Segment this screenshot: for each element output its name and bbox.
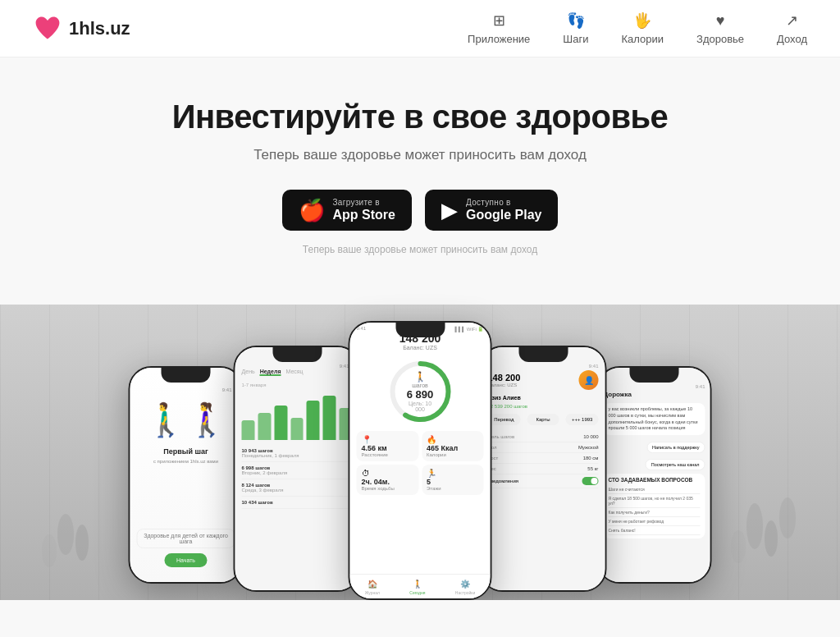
faq-item-3[interactable]: Как получить деньги? bbox=[609, 508, 701, 517]
hero-subtitle: Теперь ваше здоровье может приносить вам… bbox=[33, 147, 807, 163]
leftmost-title: Первый шаг bbox=[163, 447, 208, 456]
nav-home-label: Журнал bbox=[365, 590, 380, 595]
history-btn[interactable]: +++ 1993 bbox=[566, 414, 599, 425]
transfer-btn[interactable]: Перевод bbox=[488, 414, 521, 425]
date-range: 1-7 января bbox=[242, 383, 353, 387]
faq-title: СТО ЗАДАВАЕМЫХ ВОПРОСОВ bbox=[609, 477, 701, 483]
nav-home[interactable]: 🏠 Журнал bbox=[365, 580, 380, 595]
phone-profile: 9:41 148 200 Баланс: UZS 👤 Азиз Алиев 12… bbox=[480, 346, 607, 592]
leftmost-desc: Здоровье для детей от каждого шага bbox=[137, 529, 235, 548]
center-bottom-nav: 🏠 Журнал 🚶 Сегодня ⚙️ Настройки bbox=[350, 574, 491, 598]
bar-chart bbox=[242, 391, 353, 440]
nav-item-app[interactable]: ⊞ Приложение bbox=[468, 11, 530, 45]
nav-item-calories[interactable]: 🖐 Калории bbox=[622, 11, 664, 45]
steps-icon: 👣 bbox=[567, 11, 585, 30]
google-play-button[interactable]: ▶ Доступно в Google Play bbox=[425, 190, 558, 231]
steps-item-1: 10 943 шагов Понедельник, 1 февраля bbox=[242, 445, 353, 462]
phone-steps: 9:41 День Неделя Месяц 1-7 января bbox=[234, 346, 361, 592]
logo-text: 1hls.uz bbox=[69, 18, 130, 39]
bar-1 bbox=[242, 420, 255, 440]
faq-item-2[interactable]: Я сделал 18 500 шагов, но не получил 2 0… bbox=[609, 494, 701, 508]
health-icon: ♥ bbox=[716, 12, 725, 30]
tab-week[interactable]: Неделя bbox=[260, 369, 281, 376]
app-store-button[interactable]: 🍎 Загрузите в App Store bbox=[282, 190, 412, 231]
phone-notch-center bbox=[395, 323, 445, 337]
info-row-height: Рост 180 см bbox=[488, 453, 599, 464]
header: 1hls.uz ⊞ Приложение 👣 Шаги 🖐 Калории ♥ … bbox=[0, 0, 840, 57]
phone-leftmost: 9:41 🚶‍♂️🚶‍♀️ Первый шаг с приложением 1… bbox=[129, 366, 244, 584]
floors-label: Этажи bbox=[427, 486, 479, 491]
leftmost-subtitle: с приложением 1hls.uz вами bbox=[153, 459, 218, 464]
steps-value: 6 890 bbox=[404, 388, 436, 401]
circle-progress: 🚶 шагов 6 890 Цель: 10 000 bbox=[387, 359, 453, 424]
app-store-big: App Store bbox=[333, 207, 395, 222]
profile-balance-label: Баланс: UZS bbox=[488, 383, 521, 387]
store-buttons: 🍎 Загрузите в App Store ▶ Доступно в Goo… bbox=[33, 190, 807, 231]
faq-item-1[interactable]: Шаги не считаются bbox=[609, 485, 701, 494]
phone-notch-2 bbox=[272, 347, 322, 362]
weight-value: 55 кг bbox=[587, 466, 598, 471]
stat-floors: 🏃 5 Этажи bbox=[422, 465, 484, 495]
start-button[interactable]: Начать bbox=[165, 553, 207, 567]
phones-section: 9:41 🚶‍♂️🚶‍♀️ Первый шаг с приложением 1… bbox=[0, 288, 840, 600]
nav-item-steps[interactable]: 👣 Шаги bbox=[563, 11, 588, 45]
nav-label-health: Здоровье bbox=[696, 33, 744, 45]
steps-date-3: Среда, 3 февраля bbox=[242, 488, 353, 493]
cards-btn[interactable]: Карты bbox=[527, 414, 559, 425]
faq-item-4[interactable]: У меня не работает рефовод bbox=[609, 517, 701, 526]
tab-day[interactable]: День bbox=[242, 369, 255, 376]
chat-actions: Написать в поддержку Посмотреть наш кана… bbox=[604, 438, 705, 470]
nav-steps-label: Сегодня bbox=[409, 590, 425, 595]
nav-settings[interactable]: ⚙️ Настройки bbox=[455, 580, 476, 595]
chat-bubble-1: у вас возникли проблемы, за каждые 10 00… bbox=[604, 403, 705, 435]
distance-label: Расстояние bbox=[362, 452, 414, 457]
info-row-gender: Пол Мужской bbox=[488, 442, 599, 453]
action-row: Перевод Карты +++ 1993 bbox=[488, 414, 599, 425]
phone-notch-chat bbox=[630, 368, 679, 383]
phone-notch-profile bbox=[518, 347, 568, 362]
logo[interactable]: 1hls.uz bbox=[33, 14, 130, 44]
bar-3 bbox=[274, 406, 287, 440]
hero-tagline: Теперь ваше здоровье может приносить вам… bbox=[33, 244, 807, 255]
tab-month[interactable]: Месяц bbox=[285, 369, 303, 376]
nav-item-health[interactable]: ♥ Здоровье bbox=[696, 12, 744, 45]
bar-4 bbox=[290, 418, 304, 440]
user-avatar: 👤 bbox=[579, 370, 599, 390]
toggle-switch[interactable] bbox=[582, 477, 599, 485]
faq-item-5[interactable]: Снять баланс! bbox=[609, 526, 701, 535]
channel-btn[interactable]: Посмотреть наш канал bbox=[646, 459, 705, 470]
time-value: 2ч. 04м. bbox=[362, 478, 414, 486]
stat-time: ⏱ 2ч. 04м. Время ходьбы bbox=[357, 465, 419, 495]
phones-container: 9:41 🚶‍♂️🚶‍♀️ Первый шаг с приложением 1… bbox=[129, 321, 712, 600]
timer-icon: ⏱ bbox=[362, 469, 414, 478]
time-chat: 9:41 bbox=[604, 384, 705, 389]
chat-content: 9:41 Дорожка у вас возникли проблемы, за… bbox=[599, 368, 710, 582]
stat-calories: 🔥 465 Ккал Калории bbox=[422, 431, 484, 461]
app-store-small: Загрузите в bbox=[333, 198, 380, 207]
svg-point-4 bbox=[765, 520, 778, 557]
profile-info: 148 200 Баланс: UZS bbox=[488, 373, 521, 387]
stairs-icon: 🏃 bbox=[427, 469, 479, 478]
nav-steps-active[interactable]: 🚶 Сегодня bbox=[409, 580, 425, 595]
svg-point-2 bbox=[42, 534, 57, 567]
circle-inner: 🚶 шагов 6 890 Цель: 10 000 bbox=[404, 371, 436, 412]
steps-value-4: 10 434 шагов bbox=[242, 500, 353, 505]
goal-value: 10 000 bbox=[583, 434, 598, 439]
logo-heart-icon bbox=[33, 14, 62, 44]
notifications-label: Уведомления bbox=[488, 479, 519, 483]
steps-item-4: 10 434 шагов bbox=[242, 497, 353, 509]
svg-point-3 bbox=[746, 503, 763, 549]
nav-item-income[interactable]: ↗ Доход bbox=[777, 11, 807, 45]
nav-label-app: Приложение bbox=[468, 33, 530, 45]
tabs-row: День Неделя Месяц bbox=[242, 369, 353, 376]
info-row-weight: Вес 55 кг bbox=[488, 464, 599, 474]
steps-list: 10 943 шагов Понедельник, 1 февраля 6 99… bbox=[242, 445, 353, 509]
hero-section: Инвестируйте в свое здоровье Теперь ваше… bbox=[0, 57, 840, 288]
steps-item-2: 6 998 шагов Вторник, 2 февраля bbox=[242, 462, 353, 479]
notifications-row: Уведомления bbox=[488, 474, 599, 488]
steps-nav-icon: 🚶 bbox=[413, 580, 422, 589]
support-btn[interactable]: Написать в поддержку bbox=[646, 442, 705, 453]
fire-icon: 🔥 bbox=[427, 435, 479, 444]
google-play-small: Доступно в bbox=[466, 198, 511, 207]
circle-progress-wrap: 🚶 шагов 6 890 Цель: 10 000 bbox=[350, 351, 491, 431]
